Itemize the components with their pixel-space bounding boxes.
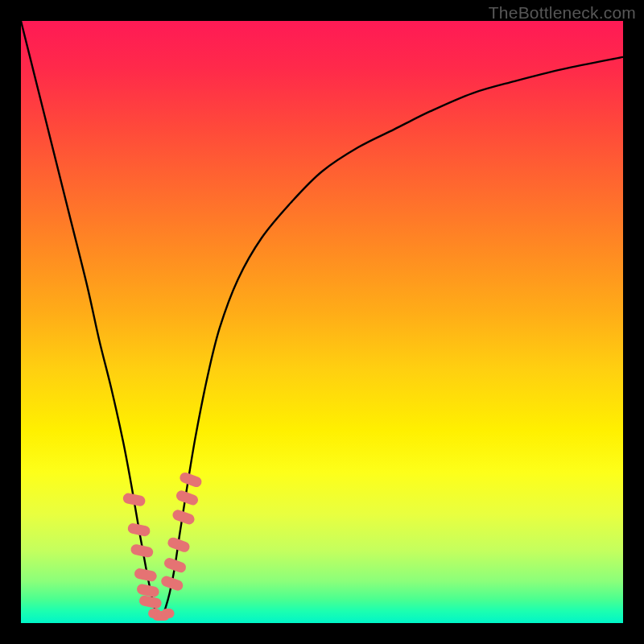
- curve-marker: [127, 522, 151, 538]
- watermark-text: TheBottleneck.com: [489, 3, 636, 23]
- curve-marker: [136, 583, 160, 598]
- curve-markers: [122, 471, 204, 621]
- curve-marker: [122, 492, 147, 507]
- curve-marker: [162, 609, 175, 618]
- chart-svg: [21, 21, 623, 623]
- bottleneck-curve: [21, 21, 623, 618]
- curve-marker: [179, 471, 204, 489]
- curve-marker: [134, 568, 158, 583]
- curve-marker: [130, 543, 154, 559]
- curve-marker: [138, 595, 163, 610]
- plot-area: [21, 21, 623, 623]
- chart-frame: TheBottleneck.com: [0, 0, 644, 644]
